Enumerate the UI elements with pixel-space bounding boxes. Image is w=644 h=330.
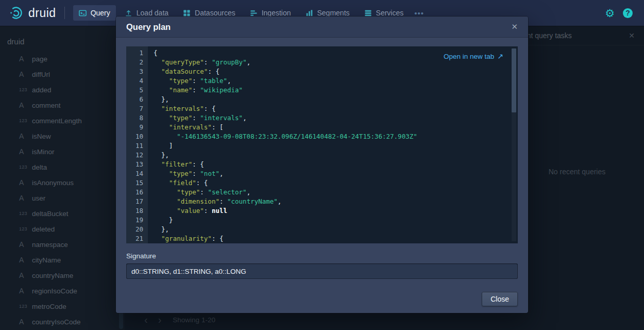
code-line: 16 "type": "selector", [126, 188, 518, 197]
code-line: 10 "-146136543-09-08T08:23:32.096Z/14614… [126, 132, 518, 141]
console-icon [79, 9, 87, 17]
line-number: 4 [126, 76, 148, 86]
navbar-divider [64, 7, 65, 19]
code-line: 20 }, [126, 225, 518, 234]
code-line: 7 "intervals": { [126, 104, 518, 113]
line-number: 15 [126, 178, 148, 188]
code-line: 9 "intervals": [ [126, 123, 518, 132]
code-line: 18 "value": null [126, 206, 518, 216]
upload-icon [125, 9, 132, 17]
line-number: 14 [126, 169, 148, 178]
line-number: 7 [126, 104, 148, 113]
nav-item-label: Load data [137, 9, 168, 17]
editor-scrollbar[interactable] [512, 48, 516, 241]
editor-scrollbar-thumb[interactable] [512, 48, 516, 112]
help-icon[interactable]: ? [623, 8, 633, 18]
code-line: 4 "type": "table", [126, 76, 518, 86]
code-lines: 1{2 "queryType": "groupBy",3 "dataSource… [126, 48, 518, 243]
nav-item-label: Ingestion [262, 9, 291, 17]
services-icon [364, 9, 372, 17]
signature-label: Signature [126, 252, 518, 260]
line-number: 2 [126, 58, 148, 67]
line-number: 3 [126, 67, 148, 76]
code-line: 11 ] [126, 141, 518, 151]
signature-input[interactable] [126, 263, 518, 279]
line-number: 1 [126, 48, 148, 58]
code-line: 17 "dimension": "countryName", [126, 197, 518, 206]
nav-item-query[interactable]: Query [73, 5, 116, 21]
code-line: 3 "dataSource": { [126, 67, 518, 76]
dialog-title: Query plan [126, 22, 511, 32]
close-icon[interactable]: ✕ [511, 22, 518, 31]
line-number: 6 [126, 95, 148, 104]
header-actions: ⚙? [605, 8, 636, 19]
brand-name: druid [28, 6, 56, 20]
code-line: 14 "type": "not", [126, 169, 518, 178]
nav-item-label: Services [376, 9, 404, 17]
code-line: 19 } [126, 216, 518, 225]
query-plan-editor[interactable]: 1{2 "queryType": "groupBy",3 "dataSource… [126, 46, 518, 243]
code-line: 13 "filter": { [126, 160, 518, 169]
code-line: 12 }, [126, 151, 518, 160]
line-number: 17 [126, 197, 148, 206]
line-number: 8 [126, 113, 148, 123]
line-number: 11 [126, 141, 148, 151]
code-line: 8 "type": "intervals", [126, 113, 518, 123]
line-number: 19 [126, 216, 148, 225]
open-in-new-tab-link[interactable]: Open in new tab ↗ [444, 52, 503, 60]
line-number: 20 [126, 225, 148, 234]
nav-item-label: Query [91, 9, 110, 17]
line-number: 10 [126, 132, 148, 141]
code-line: 6 }, [126, 95, 518, 104]
druid-console: druid QueryLoad dataDatasourcesIngestion… [0, 0, 644, 330]
line-number: 13 [126, 160, 148, 169]
code-line: 5 "name": "wikipedia" [126, 86, 518, 95]
query-plan-dialog: Query plan ✕ 1{2 "queryType": "groupBy",… [116, 16, 528, 313]
line-number: 5 [126, 86, 148, 95]
more-menu-icon[interactable]: ••• [414, 9, 424, 18]
ingestion-icon [250, 9, 258, 17]
arrow-top-right-icon: ↗ [497, 52, 503, 60]
code-line: 15 "field": { [126, 178, 518, 188]
druid-logo-icon [8, 5, 24, 21]
code-line: 21 "granularity": { [126, 234, 518, 243]
line-number: 9 [126, 123, 148, 132]
open-in-new-tab-label: Open in new tab [444, 53, 494, 60]
line-number: 18 [126, 206, 148, 216]
line-number: 16 [126, 188, 148, 197]
nav-item-label: Datasources [195, 9, 235, 17]
segments-icon [306, 9, 313, 17]
dialog-header: Query plan ✕ [116, 16, 528, 37]
nav-item-label: Segments [317, 9, 350, 17]
line-number: 12 [126, 151, 148, 160]
datasources-icon [183, 9, 191, 17]
line-number: 21 [126, 234, 148, 243]
gear-icon[interactable]: ⚙ [605, 8, 615, 19]
close-button[interactable]: Close [482, 292, 518, 306]
druid-logo[interactable]: druid [8, 5, 56, 21]
